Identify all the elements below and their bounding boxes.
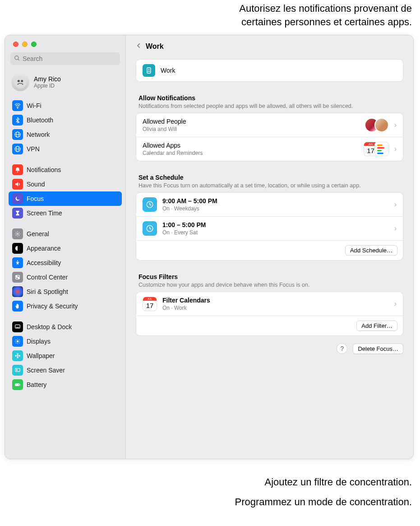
filter-sub: On · Work: [162, 305, 389, 311]
section-desc: Notifications from selected people and a…: [138, 102, 401, 110]
moon-icon: [12, 193, 23, 204]
sidebar-item-wifi[interactable]: Wi-Fi: [9, 98, 122, 113]
schedule-footer: Add Schedule…: [136, 240, 403, 260]
sidebar-item-screentime[interactable]: Screen Time: [9, 206, 122, 220]
titlebar: Work: [136, 40, 403, 59]
sidebar-item-vpn[interactable]: VPN: [9, 142, 122, 156]
sidebar-group-network: Wi-Fi Bluetooth Network VPN: [5, 98, 125, 157]
svg-point-13: [17, 233, 18, 235]
account-row[interactable]: Amy Rico Apple ID: [5, 70, 125, 98]
svg-point-35: [18, 355, 20, 357]
sidebar-item-network[interactable]: Network: [9, 127, 122, 142]
sidebar-group-display: Desktop & Dock Displays Wallpaper Screen…: [5, 319, 125, 393]
section-title: Set a Schedule: [138, 174, 401, 181]
help-button[interactable]: ?: [337, 343, 347, 354]
globe-icon: [12, 129, 23, 140]
schedule-time: 9:00 AM – 5:00 PM: [162, 197, 389, 205]
close-button[interactable]: [13, 42, 18, 47]
badge-icon: [143, 64, 155, 77]
svg-point-2: [14, 76, 27, 89]
hand-icon: [12, 301, 23, 312]
people-avatars: [365, 118, 389, 132]
filter-title: Filter Calendars: [162, 297, 389, 304]
sidebar-item-label: Accessibility: [27, 257, 61, 268]
row-title: Allowed People: [143, 118, 359, 125]
svg-point-31: [17, 355, 18, 357]
svg-point-37: [16, 370, 17, 371]
sidebar-group-general: General Appearance Accessibility Control…: [5, 226, 125, 314]
sidebar-item-controlcenter[interactable]: Control Center: [9, 270, 122, 284]
sidebar-item-label: Network: [27, 129, 50, 140]
sidebar-item-label: Sound: [27, 179, 45, 190]
schedule-sub: On · Weekdays: [162, 205, 389, 212]
svg-point-18: [16, 276, 17, 277]
sidebar-item-general[interactable]: General: [9, 227, 122, 241]
sidebar-item-label: Control Center: [27, 272, 68, 283]
bluetooth-icon: [12, 115, 23, 126]
sidebar-item-privacy[interactable]: Privacy & Security: [9, 299, 122, 313]
bell-icon: [12, 164, 23, 175]
fullscreen-button[interactable]: [31, 42, 37, 47]
svg-line-30: [16, 343, 16, 343]
delete-focus-button[interactable]: Delete Focus…: [353, 344, 403, 354]
row-sub: Calendar and Reminders: [143, 150, 358, 156]
sidebar-item-desktop[interactable]: Desktop & Dock: [9, 320, 122, 334]
sidebar-item-label: Bluetooth: [27, 115, 53, 126]
filters-card: JUL17 Filter Calendars On · Work › Add F…: [136, 292, 403, 336]
focus-name: Work: [161, 67, 175, 74]
back-button[interactable]: [136, 42, 142, 51]
sidebar-item-label: Screen Saver: [27, 365, 65, 376]
page-title: Work: [146, 42, 164, 51]
sidebar-item-notifications[interactable]: Notifications: [9, 163, 122, 177]
svg-point-19: [18, 278, 19, 279]
chevron-right-icon: ›: [394, 121, 397, 129]
minimize-button[interactable]: [22, 42, 28, 47]
sidebar-item-label: Screen Time: [27, 208, 62, 219]
search-icon: [14, 55, 20, 63]
sidebar-item-accessibility[interactable]: Accessibility: [9, 256, 122, 270]
schedule-time: 1:00 – 5:00 PM: [162, 221, 389, 228]
schedule-row-2[interactable]: 1:00 – 5:00 PM On · Every Sat ›: [136, 216, 403, 240]
sidebar-item-battery[interactable]: Battery: [9, 377, 122, 392]
sidebar-item-siri[interactable]: Siri & Spotlight: [9, 284, 122, 299]
account-sub: Apple ID: [34, 83, 61, 89]
svg-point-42: [148, 69, 150, 70]
focus-name-card[interactable]: Work: [136, 59, 403, 82]
main-panel: Work Work Allow Notifications Notificati…: [126, 35, 413, 459]
sidebar-item-displays[interactable]: Displays: [9, 334, 122, 349]
sidebar: Amy Rico Apple ID Wi-Fi Bluetooth Networ…: [5, 35, 126, 459]
section-filters: Focus Filters Customize how your apps an…: [136, 273, 403, 292]
wifi-icon: [12, 100, 23, 111]
sidebar-item-focus[interactable]: Focus: [9, 191, 122, 206]
sidebar-item-sound[interactable]: Sound: [9, 177, 122, 191]
allowed-apps-row[interactable]: Allowed Apps Calendar and Reminders JUL1…: [136, 137, 403, 161]
sidebar-item-label: Battery: [27, 379, 46, 390]
schedule-sub: On · Every Sat: [162, 229, 389, 236]
svg-line-27: [16, 340, 16, 340]
section-schedule: Set a Schedule Have this Focus turn on a…: [136, 174, 403, 192]
vpn-icon: [12, 144, 23, 154]
search-input[interactable]: [23, 55, 116, 62]
sidebar-item-wallpaper[interactable]: Wallpaper: [9, 349, 122, 363]
clock-icon: [143, 221, 157, 236]
sidebar-item-screensaver[interactable]: Screen Saver: [9, 363, 122, 377]
sidebar-item-bluetooth[interactable]: Bluetooth: [9, 113, 122, 127]
search-field[interactable]: [10, 52, 120, 65]
allowed-people-row[interactable]: Allowed People Olivia and Will ›: [136, 113, 403, 137]
chevron-right-icon: ›: [394, 200, 397, 209]
callout-filter: Ajoutez un filtre de concentration.: [0, 475, 420, 489]
filter-row[interactable]: JUL17 Filter Calendars On · Work ›: [136, 292, 403, 316]
section-desc: Have this Focus turn on automatically at…: [138, 182, 401, 190]
svg-point-15: [17, 261, 18, 261]
sidebar-item-appearance[interactable]: Appearance: [9, 241, 122, 256]
svg-line-1: [18, 59, 19, 61]
sidebar-item-label: Siri & Spotlight: [27, 286, 68, 297]
siri-icon: [12, 286, 23, 297]
add-schedule-button[interactable]: Add Schedule…: [345, 245, 397, 256]
calendar-icon: JUL17: [143, 297, 157, 311]
section-desc: Customize how your apps and device behav…: [138, 281, 401, 289]
chevron-right-icon: ›: [394, 145, 397, 153]
sidebar-item-label: Displays: [27, 336, 51, 347]
add-filter-button[interactable]: Add Filter…: [356, 321, 397, 331]
schedule-row-1[interactable]: 9:00 AM – 5:00 PM On · Weekdays ›: [136, 193, 403, 216]
